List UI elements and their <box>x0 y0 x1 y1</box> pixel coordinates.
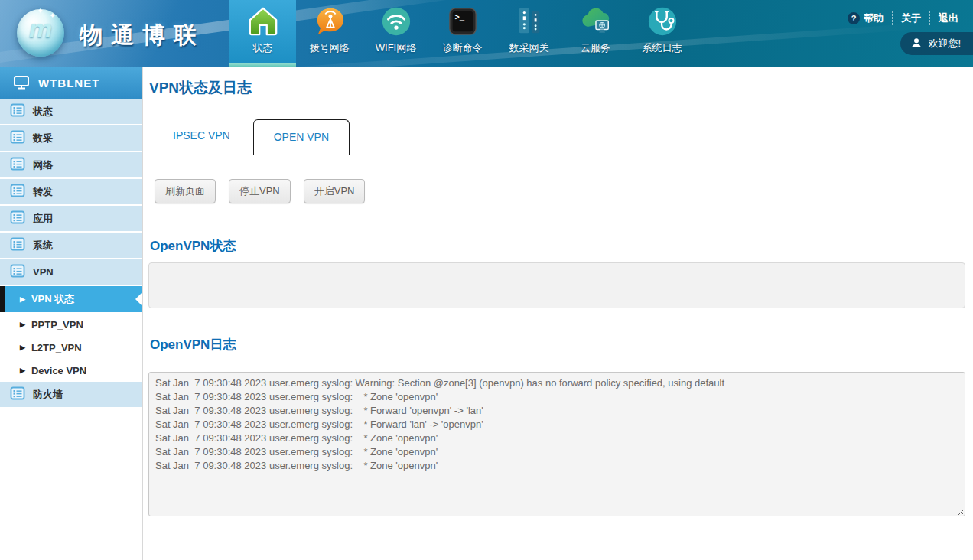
brand: m ✦ ✦ 物通博联 <box>0 0 229 67</box>
openvpn-status-box <box>148 262 965 308</box>
about-link[interactable]: 关于 <box>892 11 929 25</box>
wifi-icon <box>379 4 414 39</box>
sidebar-item-system[interactable]: 系统 <box>0 233 142 258</box>
sidebar-header: WTBLNET <box>0 67 142 99</box>
tab-bar: IPSEC VPN OPEN VPN <box>148 118 967 151</box>
sidebar-item-vpn[interactable]: VPN <box>0 259 142 285</box>
list-icon <box>10 156 25 174</box>
logout-link[interactable]: 退出 <box>929 11 967 25</box>
system-log-icon <box>645 4 680 39</box>
sidebar-subitem-l2tp-vpn[interactable]: ▶ L2TP_VPN <box>0 336 142 359</box>
cloud-service-icon <box>578 4 613 39</box>
sidebar-item-network[interactable]: 网络 <box>0 152 142 177</box>
sidebar-subitem-vpn-status[interactable]: ▶ VPN 状态 <box>0 286 142 312</box>
nav-item-cloud-service[interactable]: 云服务 <box>562 0 629 67</box>
top-navigation: 状态 拨号网络 <box>229 0 695 67</box>
gateway-icon <box>512 4 547 39</box>
sidebar-header-label: WTBLNET <box>38 77 99 90</box>
openvpn-log-heading: OpenVPN日志 <box>148 336 967 353</box>
monitor-icon <box>13 75 30 92</box>
svg-text:>_: >_ <box>454 13 464 22</box>
nav-item-data-gateway[interactable]: 数采网关 <box>496 0 562 67</box>
caret-right-icon: ▶ <box>20 295 25 303</box>
page: m ✦ ✦ 物通博联 状态 <box>0 0 973 560</box>
caret-right-icon: ▶ <box>20 321 25 328</box>
sidebar-item-forwarding[interactable]: 转发 <box>0 179 142 204</box>
sidebar-subitem-device-vpn[interactable]: ▶ Device VPN <box>0 359 142 382</box>
nav-item-dial-network[interactable]: 拨号网络 <box>296 0 363 67</box>
caret-right-icon: ▶ <box>20 343 25 351</box>
sidebar: WTBLNET 状态 数采 网络 转发 应用 系统 VPN <box>0 67 143 560</box>
home-icon <box>246 4 281 39</box>
tab-open-vpn[interactable]: OPEN VPN <box>253 119 350 155</box>
terminal-icon: >_ <box>445 4 480 39</box>
list-icon <box>10 183 25 200</box>
user-icon <box>911 37 922 50</box>
brand-title: 物通博联 <box>80 20 205 51</box>
brand-logo-sphere-icon: m ✦ ✦ <box>17 9 64 57</box>
start-vpn-button[interactable]: 开启VPN <box>304 179 366 203</box>
refresh-page-button[interactable]: 刷新页面 <box>155 179 216 203</box>
main-content: VPN状态及日志 IPSEC VPN OPEN VPN 刷新页面 停止VPN 开… <box>144 67 973 560</box>
welcome-badge[interactable]: 欢迎您! <box>900 32 973 55</box>
list-icon <box>10 129 25 147</box>
list-icon <box>10 263 25 281</box>
sidebar-item-firewall[interactable]: 防火墙 <box>0 382 142 407</box>
page-title: VPN状态及日志 <box>148 78 967 98</box>
sidebar-item-applications[interactable]: 应用 <box>0 206 142 231</box>
dial-network-icon <box>312 4 347 39</box>
sidebar-subitem-pptp-vpn[interactable]: ▶ PPTP_VPN <box>0 313 142 336</box>
openvpn-status-heading: OpenVPN状态 <box>148 237 967 255</box>
list-icon <box>10 103 25 120</box>
topbar: m ✦ ✦ 物通博联 状态 <box>0 0 973 67</box>
sidebar-item-status[interactable]: 状态 <box>0 99 142 124</box>
list-icon <box>10 210 25 227</box>
help-link[interactable]: ? 帮助 <box>839 11 892 25</box>
nav-item-wifi-network[interactable]: WIFI网络 <box>363 0 429 67</box>
tab-ipsec-vpn[interactable]: IPSEC VPN <box>155 120 249 151</box>
welcome-text: 欢迎您! <box>928 37 961 50</box>
list-icon <box>10 386 25 403</box>
topbar-links: ? 帮助 关于 退出 <box>839 11 967 25</box>
openvpn-log-textarea[interactable] <box>148 372 965 516</box>
caret-right-icon: ▶ <box>20 366 25 374</box>
nav-item-status[interactable]: 状态 <box>229 0 296 67</box>
nav-item-diagnostic-command[interactable]: >_ 诊断命令 <box>429 0 496 67</box>
help-icon: ? <box>848 12 860 24</box>
sidebar-item-data-collection[interactable]: 数采 <box>0 125 142 151</box>
stop-vpn-button[interactable]: 停止VPN <box>229 179 291 203</box>
list-icon <box>10 236 25 254</box>
bottom-divider <box>148 555 967 555</box>
action-buttons: 刷新页面 停止VPN 开启VPN <box>148 179 967 203</box>
nav-item-system-log[interactable]: 系统日志 <box>629 0 695 67</box>
